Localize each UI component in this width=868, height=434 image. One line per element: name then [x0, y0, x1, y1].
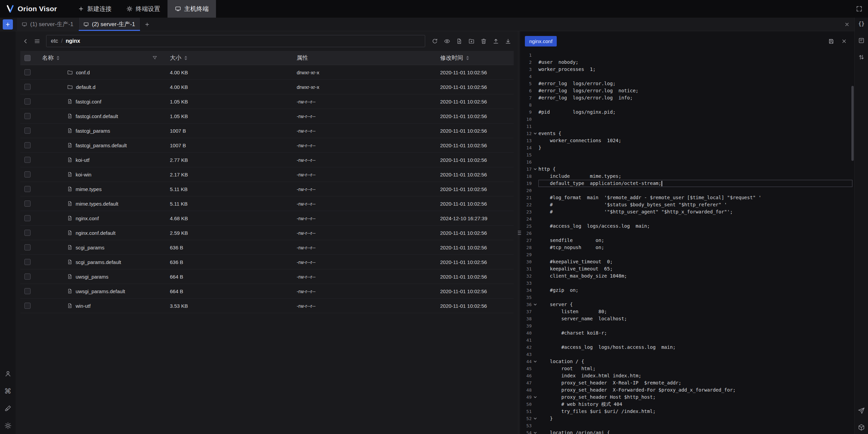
- code-line[interactable]: 18 include mime.types;: [520, 173, 854, 180]
- code-line[interactable]: 8: [520, 101, 854, 109]
- code-line[interactable]: 42 #access_log logs/host.access.log main…: [520, 344, 854, 351]
- row-checkbox[interactable]: [24, 142, 31, 148]
- table-row[interactable]: scgi_params636 B-rw-r--r--2020-11-01 10:…: [20, 240, 514, 255]
- code-line[interactable]: 38 server_name localhost;: [520, 315, 854, 322]
- table-row[interactable]: uwsgi_params664 B-rw-r--r--2020-11-01 10…: [20, 269, 514, 284]
- table-row[interactable]: koi-utf2.77 KB-rw-r--r--2020-11-01 10:02…: [20, 153, 514, 167]
- settings-button[interactable]: [3, 421, 12, 430]
- fold-toggle-icon[interactable]: [532, 301, 538, 308]
- row-checkbox[interactable]: [24, 69, 31, 75]
- code-line[interactable]: 7#error_log logs/error.log info;: [520, 94, 854, 101]
- code-snippets-button[interactable]: {}: [857, 20, 866, 28]
- new-file-button[interactable]: [453, 35, 465, 47]
- code-line[interactable]: 36 server {: [520, 301, 854, 308]
- code-line[interactable]: 33: [520, 280, 854, 287]
- fold-toggle-icon[interactable]: [532, 429, 538, 434]
- menu-host-terminal[interactable]: 主机终端: [167, 0, 216, 18]
- code-line[interactable]: 10: [520, 116, 854, 123]
- code-editor[interactable]: 12#user nobody;3worker_processes 1;45#er…: [520, 51, 854, 434]
- row-checkbox[interactable]: [24, 157, 31, 163]
- code-line[interactable]: 32 client_max_body_size 1048m;: [520, 272, 854, 280]
- fullscreen-button[interactable]: [850, 0, 868, 18]
- close-panel-button[interactable]: [840, 18, 854, 31]
- table-row[interactable]: default.d4.00 KBdrwxr-xr-x2020-11-01 10:…: [20, 80, 514, 94]
- code-line[interactable]: 4: [520, 73, 854, 80]
- code-line[interactable]: 31 keepalive_timeout 65;: [520, 265, 854, 272]
- row-checkbox[interactable]: [24, 186, 31, 192]
- new-folder-button[interactable]: [465, 35, 477, 47]
- code-line[interactable]: 29: [520, 251, 854, 258]
- code-line[interactable]: 37 listen 80;: [520, 308, 854, 315]
- table-row[interactable]: fastcgi_params.default1007 B-rw-r--r--20…: [20, 138, 514, 153]
- code-line[interactable]: 28 #tcp_nopush on;: [520, 244, 854, 251]
- row-checkbox[interactable]: [24, 230, 31, 236]
- editor-scrollbar[interactable]: [851, 86, 854, 161]
- code-line[interactable]: 11: [520, 123, 854, 130]
- breadcrumb-segment[interactable]: etc: [51, 38, 58, 44]
- code-line[interactable]: 53: [520, 422, 854, 429]
- back-button[interactable]: [20, 35, 31, 47]
- code-line[interactable]: 41: [520, 337, 854, 344]
- fold-toggle-icon[interactable]: [532, 394, 538, 401]
- row-checkbox[interactable]: [24, 273, 31, 280]
- code-line[interactable]: 15: [520, 151, 854, 158]
- table-row[interactable]: nginx.conf4.68 KB-rw-r--r--2024-12-10 16…: [20, 211, 514, 226]
- delete-button[interactable]: [477, 35, 490, 47]
- code-line[interactable]: 47 proxy_set_header X-Real-IP $remote_ad…: [520, 379, 854, 386]
- code-line[interactable]: 30 #keepalive_timeout 0;: [520, 258, 854, 265]
- transfer-list-button[interactable]: [857, 53, 866, 61]
- fold-toggle-icon[interactable]: [532, 415, 538, 422]
- code-line[interactable]: 34 #gzip on;: [520, 287, 854, 294]
- code-line[interactable]: 39: [520, 322, 854, 329]
- code-line[interactable]: 24: [520, 215, 854, 223]
- filter-icon[interactable]: [152, 55, 157, 60]
- code-line[interactable]: 49 proxy_set_header Host $http_host;: [520, 394, 854, 401]
- column-header-name[interactable]: 名称: [36, 51, 161, 65]
- upload-button[interactable]: [490, 35, 502, 47]
- code-line[interactable]: 12events {: [520, 130, 854, 137]
- menu-terminal-settings[interactable]: 终端设置: [119, 0, 167, 18]
- code-line[interactable]: 3worker_processes 1;: [520, 66, 854, 73]
- row-checkbox[interactable]: [24, 84, 31, 90]
- table-row[interactable]: fastcgi.conf.default1.05 KB-rw-r--r--202…: [20, 109, 514, 124]
- row-checkbox[interactable]: [24, 113, 31, 119]
- code-line[interactable]: 50 # web history 模式 404: [520, 401, 854, 408]
- row-checkbox[interactable]: [24, 98, 31, 105]
- table-row[interactable]: win-utf3.53 KB-rw-r--r--2020-11-01 10:02…: [20, 299, 514, 313]
- code-line[interactable]: 1: [520, 52, 854, 59]
- code-line[interactable]: 13 worker_connections 1024;: [520, 137, 854, 144]
- code-line[interactable]: 26: [520, 230, 854, 237]
- table-row[interactable]: mime.types.default5.11 KB-rw-r--r--2020-…: [20, 196, 514, 211]
- code-line[interactable]: 20: [520, 187, 854, 194]
- table-row[interactable]: nginx.conf.default2.59 KB-rw-r--r--2020-…: [20, 226, 514, 240]
- code-line[interactable]: 17http {: [520, 166, 854, 173]
- code-line[interactable]: 48 proxy_set_header X-Forwarded-For $pro…: [520, 386, 854, 394]
- sort-icon[interactable]: [184, 55, 188, 61]
- code-line[interactable]: 46 index index.html index.htm;: [520, 372, 854, 379]
- fold-toggle-icon[interactable]: [532, 358, 538, 365]
- show-hidden-button[interactable]: [441, 35, 453, 47]
- sort-icon[interactable]: [466, 55, 470, 61]
- table-row[interactable]: scgi_params.default636 B-rw-r--r--2020-1…: [20, 255, 514, 269]
- tab-server-1[interactable]: (1) server-生产-1: [17, 18, 79, 31]
- row-checkbox[interactable]: [24, 244, 31, 250]
- menu-new-connection[interactable]: 新建连接: [71, 0, 119, 18]
- column-header-size[interactable]: 大小: [161, 51, 286, 65]
- code-line[interactable]: 19 default_type application/octet-stream…: [520, 180, 854, 187]
- table-row[interactable]: conf.d4.00 KBdrwxr-xr-x2020-11-01 10:02:…: [20, 65, 514, 80]
- fold-toggle-icon[interactable]: [532, 130, 538, 137]
- editor-close-button[interactable]: [837, 35, 850, 47]
- tab-server-2[interactable]: (2) server-生产-1: [79, 18, 140, 31]
- table-row[interactable]: fastcgi_params1007 B-rw-r--r--2020-11-01…: [20, 124, 514, 138]
- code-line[interactable]: 22 # '$status $body_bytes_sent "$http_re…: [520, 201, 854, 208]
- select-all-checkbox[interactable]: [24, 55, 31, 61]
- table-row[interactable]: koi-win2.17 KB-rw-r--r--2020-11-01 10:02…: [20, 167, 514, 182]
- row-checkbox[interactable]: [24, 259, 31, 265]
- code-line[interactable]: 9#pid logs/nginx.pid;: [520, 109, 854, 116]
- code-line[interactable]: 16: [520, 158, 854, 166]
- code-line[interactable]: 21 #log_format main '$remote_addr - $rem…: [520, 194, 854, 201]
- code-line[interactable]: 14}: [520, 144, 854, 151]
- column-header-mtime[interactable]: 修改时间: [422, 51, 514, 65]
- breadcrumb-segment-current[interactable]: nginx: [66, 38, 80, 44]
- code-line[interactable]: 27 sendfile on;: [520, 237, 854, 244]
